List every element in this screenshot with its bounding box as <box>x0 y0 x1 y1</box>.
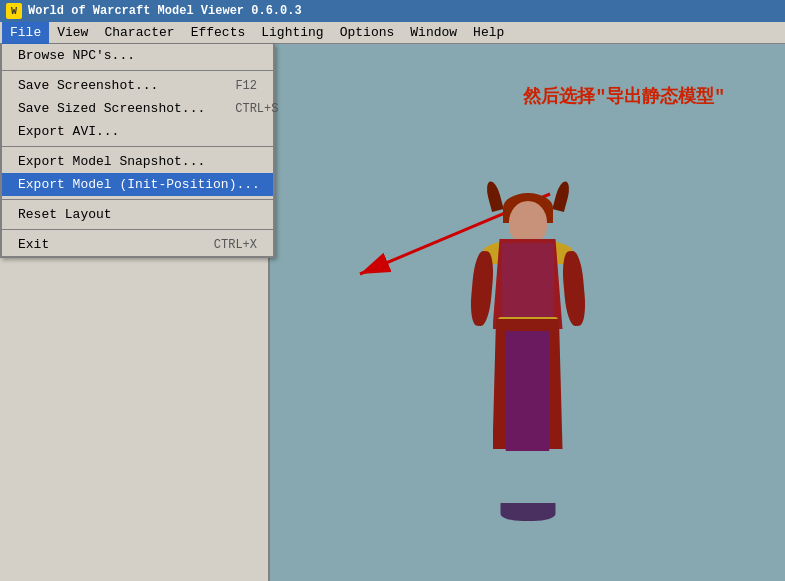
export-snapshot-label: Export Model Snapshot... <box>18 154 205 169</box>
exit-shortcut: CTRL+X <box>214 238 257 252</box>
file-dropdown-menu: Browse NPC's... Save Screenshot... F12 S… <box>0 44 275 258</box>
menu-browse-npcs[interactable]: Browse NPC's... <box>2 44 273 67</box>
3d-viewport[interactable]: 然后选择"导出静态模型" <box>270 44 785 581</box>
export-model-init-label: Export Model (Init-Position)... <box>18 177 260 192</box>
character-arm-left <box>468 250 494 326</box>
menu-exit[interactable]: Exit CTRL+X <box>2 233 273 256</box>
character-robe-detail <box>500 331 555 451</box>
menu-save-screenshot[interactable]: Save Screenshot... F12 <box>2 74 273 97</box>
menu-file[interactable]: File <box>2 22 49 44</box>
left-panel: Browse NPC's... Save Screenshot... F12 S… <box>0 44 270 581</box>
save-screenshot-shortcut: F12 <box>235 79 257 93</box>
separator-4 <box>2 229 273 230</box>
separator-1 <box>2 70 273 71</box>
browse-npcs-label: Browse NPC's... <box>18 48 135 63</box>
title-bar: W World of Warcraft Model Viewer 0.6.0.3 <box>0 0 785 22</box>
character-arm-right <box>560 250 586 326</box>
menu-export-model-init[interactable]: Export Model (Init-Position)... <box>2 173 273 196</box>
menu-export-avi[interactable]: Export AVI... <box>2 120 273 143</box>
character-body <box>458 201 598 521</box>
character-model <box>458 201 598 521</box>
menu-character[interactable]: Character <box>96 22 182 44</box>
menu-export-model-snapshot[interactable]: Export Model Snapshot... <box>2 150 273 173</box>
save-sized-label: Save Sized Screenshot... <box>18 101 205 116</box>
annotation-text: 然后选择"导出静态模型" <box>523 87 725 107</box>
save-screenshot-label: Save Screenshot... <box>18 78 158 93</box>
app-title: World of Warcraft Model Viewer 0.6.0.3 <box>28 4 302 18</box>
separator-3 <box>2 199 273 200</box>
menu-bar: File View Character Effects Lighting Opt… <box>0 22 785 44</box>
export-avi-label: Export AVI... <box>18 124 119 139</box>
menu-lighting[interactable]: Lighting <box>253 22 331 44</box>
character-feet <box>500 503 555 521</box>
character-torso <box>502 243 554 323</box>
separator-2 <box>2 146 273 147</box>
reset-layout-label: Reset Layout <box>18 207 112 222</box>
save-sized-shortcut: CTRL+S <box>235 102 278 116</box>
menu-options[interactable]: Options <box>332 22 403 44</box>
menu-reset-layout[interactable]: Reset Layout <box>2 203 273 226</box>
character-head <box>509 201 547 243</box>
character-horn-left <box>484 180 503 212</box>
exit-label: Exit <box>18 237 49 252</box>
menu-view[interactable]: View <box>49 22 96 44</box>
character-horn-right <box>552 180 571 212</box>
menu-window[interactable]: Window <box>402 22 465 44</box>
menu-effects[interactable]: Effects <box>183 22 254 44</box>
main-content: Browse NPC's... Save Screenshot... F12 S… <box>0 44 785 581</box>
annotation-container: 然后选择"导出静态模型" <box>523 84 725 108</box>
menu-help[interactable]: Help <box>465 22 512 44</box>
menu-save-sized-screenshot[interactable]: Save Sized Screenshot... CTRL+S <box>2 97 273 120</box>
app-icon: W <box>6 3 22 19</box>
